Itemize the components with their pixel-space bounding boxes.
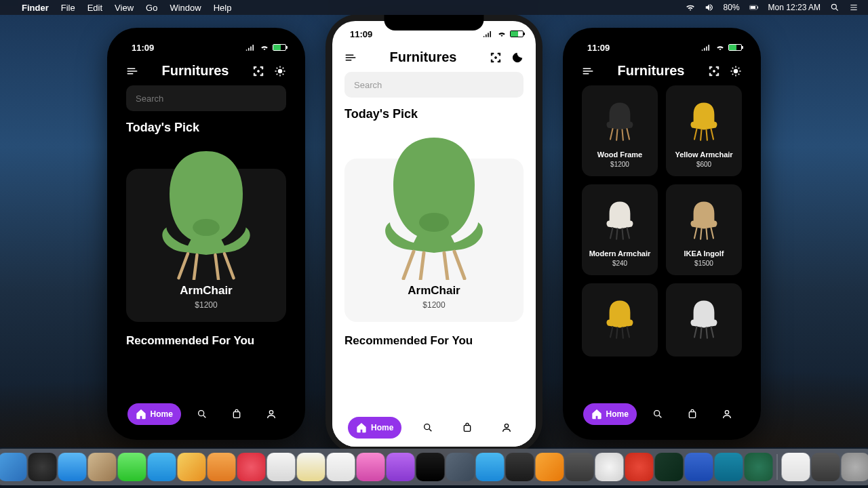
product-card[interactable]: Yellow Armchair $600 (666, 85, 742, 176)
menubar-edit[interactable]: Edit (87, 3, 102, 13)
dock-app-icon[interactable] (476, 453, 505, 481)
menubar-view[interactable]: View (115, 3, 134, 13)
dock-separator (777, 454, 778, 480)
dock-app-icon[interactable] (625, 453, 654, 481)
app-title: Furnitures (618, 63, 685, 79)
qr-scan-icon[interactable] (490, 52, 502, 64)
menubar-window[interactable]: Window (170, 3, 201, 13)
qr-scan-icon[interactable] (708, 65, 720, 77)
menubar-help[interactable]: Help (214, 3, 232, 13)
pick-card[interactable]: ArmChair $1200 (126, 169, 286, 322)
battery-icon (273, 44, 286, 51)
dock-app-icon[interactable] (28, 453, 57, 481)
hamburger-menu-icon[interactable] (582, 65, 594, 77)
phone-notch (616, 28, 707, 44)
nav-cart[interactable] (223, 403, 250, 425)
product-card[interactable] (666, 283, 742, 357)
dock-app-icon[interactable] (297, 453, 326, 481)
dock-app-icon[interactable] (595, 453, 624, 481)
product-grid: Wood Frame $1200 Yellow Armchair $600 Mo… (582, 85, 742, 357)
dock-app-icon[interactable] (655, 453, 684, 481)
dock-app-icon[interactable] (506, 453, 534, 481)
dock-app-icon[interactable] (178, 453, 206, 481)
nav-profile[interactable] (258, 403, 285, 425)
dock-app-icon[interactable] (357, 453, 385, 481)
dock-app-icon[interactable] (416, 453, 445, 481)
wifi-icon (259, 44, 270, 51)
spotlight-icon[interactable] (830, 3, 840, 12)
sun-icon[interactable] (274, 65, 286, 77)
dock-app-icon[interactable] (118, 453, 146, 481)
dock-app-icon[interactable] (446, 453, 475, 481)
app-header: Furnitures (570, 60, 754, 85)
menubar-go[interactable]: Go (146, 3, 157, 13)
dock-app-icon[interactable] (237, 453, 266, 481)
nav-profile[interactable] (713, 403, 741, 425)
dock-app-icon[interactable] (745, 453, 773, 481)
nav-search[interactable] (414, 417, 441, 439)
volume-icon[interactable] (705, 3, 714, 12)
menubar-clock[interactable]: Mon 12:23 AM (768, 3, 821, 12)
qr-scan-icon[interactable] (252, 65, 264, 77)
dock-app-icon[interactable] (387, 453, 415, 481)
status-time: 11:09 (132, 43, 154, 53)
nav-cart[interactable] (679, 403, 706, 425)
dock-app-icon[interactable] (812, 453, 840, 481)
dock-app-icon[interactable] (782, 453, 810, 481)
moon-icon[interactable] (511, 52, 524, 64)
product-card[interactable]: IKEA Ingolf $1500 (666, 184, 742, 275)
pick-card[interactable]: ArmChair $1200 (344, 159, 524, 322)
product-image (587, 92, 652, 146)
nav-search[interactable] (189, 403, 216, 425)
product-card[interactable] (582, 283, 658, 357)
bottom-nav: Home (114, 395, 298, 433)
dock-app-icon[interactable] (148, 453, 176, 481)
product-name: Modern Armchair (587, 249, 652, 258)
svg-point-17 (654, 411, 660, 416)
product-card[interactable]: Wood Frame $1200 (582, 85, 658, 176)
hamburger-menu-icon[interactable] (344, 52, 357, 64)
svg-point-4 (258, 70, 260, 72)
nav-home[interactable]: Home (583, 403, 637, 425)
dock-app-icon[interactable] (88, 453, 117, 481)
svg-point-10 (495, 56, 497, 58)
nav-home[interactable]: Home (127, 403, 181, 425)
phone-light-home: 11:09 Furnitures Search Today's Pick Arm… (326, 14, 542, 453)
nav-profile[interactable] (493, 417, 520, 439)
dock-app-icon[interactable] (58, 453, 87, 481)
phone-dark-home: 11:09 Furnitures Search Today's Pick Arm… (107, 28, 305, 440)
svg-point-12 (424, 424, 429, 430)
sun-icon[interactable] (730, 65, 742, 77)
dock-app-icon[interactable] (685, 453, 713, 481)
menubar-file[interactable]: File (61, 3, 75, 13)
svg-point-19 (726, 411, 729, 414)
product-price: $1200 (587, 161, 652, 168)
dock-app-icon[interactable] (566, 453, 594, 481)
dock-app-icon[interactable] (327, 453, 355, 481)
nav-home[interactable]: Home (348, 417, 401, 439)
hamburger-menu-icon[interactable] (126, 65, 138, 77)
dock-app-icon[interactable] (208, 453, 236, 481)
dock-app-icon[interactable] (0, 453, 27, 481)
search-input[interactable]: Search (344, 72, 524, 98)
dock-app-icon[interactable] (267, 453, 296, 481)
status-time: 11:09 (350, 29, 372, 39)
search-input[interactable]: Search (126, 85, 286, 111)
svg-rect-8 (234, 412, 240, 418)
product-image (671, 92, 736, 146)
search-placeholder: Search (136, 94, 163, 104)
dock-app-icon[interactable] (842, 453, 869, 481)
app-header: Furnitures (332, 47, 536, 72)
signal-icon (701, 44, 712, 51)
nav-home-label: Home (606, 409, 629, 419)
battery-icon (728, 44, 742, 51)
nav-cart[interactable] (454, 417, 481, 439)
dock-app-icon[interactable] (715, 453, 743, 481)
dock-app-icon[interactable] (536, 453, 564, 481)
wifi-icon[interactable] (686, 3, 695, 12)
product-card[interactable]: Modern Armchair $240 (582, 184, 658, 275)
nav-search[interactable] (644, 403, 671, 425)
menubar-app-name[interactable]: Finder (22, 3, 49, 13)
phone-mockups: 11:09 Furnitures Search Today's Pick Arm… (0, 20, 868, 447)
control-center-icon[interactable] (849, 3, 859, 12)
